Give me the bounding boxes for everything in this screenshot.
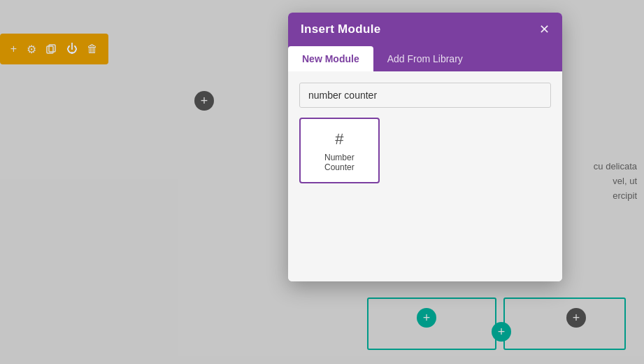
- modal-close-button[interactable]: ✕: [539, 23, 550, 36]
- number-counter-icon: #: [335, 132, 343, 147]
- modal-body: # Number Counter: [288, 71, 562, 281]
- modal-tabs: New Module Add From Library: [288, 46, 562, 71]
- tab-add-from-library[interactable]: Add From Library: [373, 46, 477, 71]
- module-search-input[interactable]: [299, 83, 551, 108]
- module-item-label: Number Counter: [309, 153, 370, 172]
- module-item-number-counter[interactable]: # Number Counter: [299, 118, 380, 183]
- module-grid: # Number Counter: [299, 118, 551, 183]
- modal-header: Insert Module ✕: [288, 13, 562, 46]
- tab-new-module[interactable]: New Module: [288, 46, 373, 71]
- modal-title: Insert Module: [301, 22, 380, 36]
- insert-module-modal: Insert Module ✕ New Module Add From Libr…: [288, 13, 562, 281]
